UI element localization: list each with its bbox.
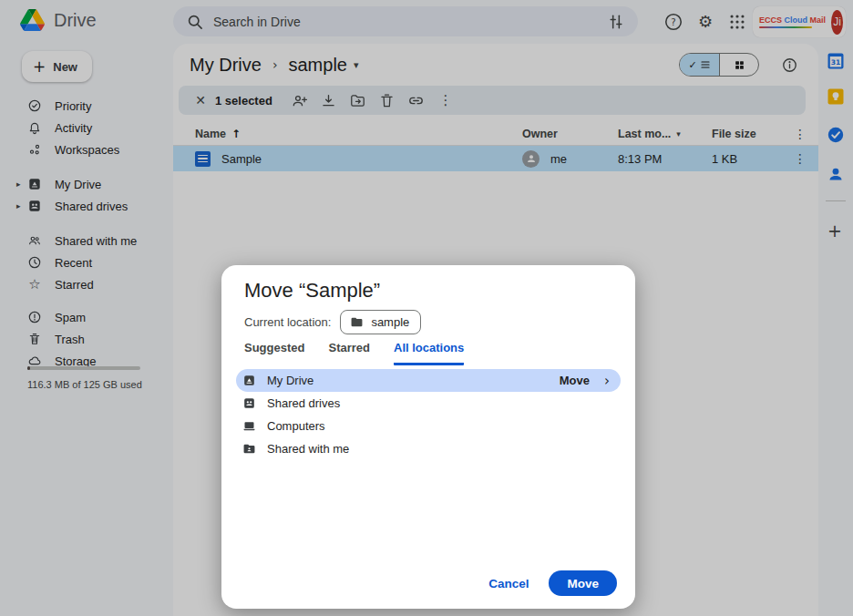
location-item-shared-with-me[interactable]: Shared with me	[236, 437, 621, 460]
move-button[interactable]: Move	[549, 570, 617, 596]
open-folder-chevron-icon[interactable]: ›	[604, 373, 610, 389]
location-label: Computers	[267, 419, 325, 433]
location-item-shared-drives[interactable]: Shared drives	[236, 392, 621, 415]
dialog-title: Move “Sample”	[244, 279, 380, 303]
location-label: Shared drives	[267, 396, 340, 410]
move-dialog: Move “Sample” Current location: sample S…	[221, 265, 635, 609]
location-list: My Drive Move › Shared drives Computers	[236, 369, 621, 460]
shared-drives-icon	[242, 396, 256, 410]
folder-icon	[350, 315, 364, 329]
computer-icon	[242, 419, 256, 433]
current-location-label: Current location:	[244, 315, 331, 329]
location-label: Shared with me	[267, 442, 349, 456]
current-location-row: Current location: sample	[244, 310, 421, 334]
move-here-link[interactable]: Move	[560, 374, 590, 387]
dialog-footer: Cancel Move	[478, 570, 617, 596]
tab-all-locations[interactable]: All locations	[394, 341, 464, 365]
drive-app: Drive ? ⚙ ECCS Cloud	[0, 0, 853, 616]
current-location-name: sample	[371, 315, 409, 329]
my-drive-icon	[242, 374, 256, 387]
dialog-tabs: Suggested Starred All locations	[244, 341, 464, 365]
location-item-my-drive[interactable]: My Drive Move ›	[236, 369, 621, 392]
tab-starred[interactable]: Starred	[328, 341, 370, 365]
location-label: My Drive	[267, 374, 313, 387]
shared-folder-icon	[242, 442, 256, 456]
cancel-button[interactable]: Cancel	[478, 571, 540, 596]
location-item-computers[interactable]: Computers	[236, 415, 621, 437]
tab-suggested[interactable]: Suggested	[244, 341, 304, 365]
current-location-chip[interactable]: sample	[340, 310, 421, 334]
